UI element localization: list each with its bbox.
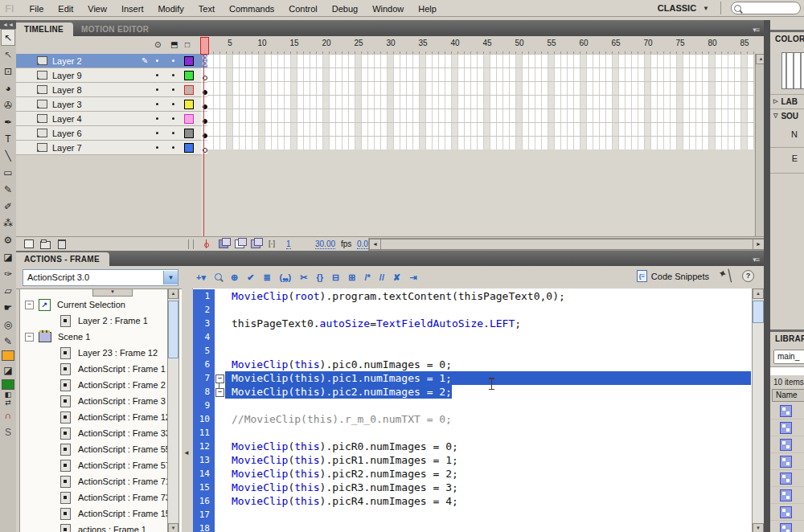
- tree-item[interactable]: ActionScript : Frame 2: [20, 377, 187, 393]
- code-text[interactable]: MovieClip(this).picR3.numImages = 3;: [225, 481, 458, 494]
- line-number[interactable]: 10: [193, 412, 215, 426]
- code-text[interactable]: MovieClip(this).pic2.numImages = 2;: [225, 385, 452, 399]
- edit-multiple-frames-button[interactable]: [·]: [269, 239, 275, 248]
- collapse-selection-icon[interactable]: ⊟: [332, 272, 339, 283]
- remove-comment-icon[interactable]: ✘: [393, 272, 400, 283]
- scroll-up-icon[interactable]: ▲: [168, 289, 178, 299]
- subselection-tool[interactable]: ↖: [1, 46, 15, 63]
- code-line[interactable]: 5: [193, 344, 751, 358]
- panel-menu-icon[interactable]: ▾≡: [748, 23, 764, 36]
- add-script-icon[interactable]: +▾: [196, 272, 206, 283]
- layer-name[interactable]: Layer 4: [52, 114, 82, 124]
- library-name-column-header[interactable]: Name: [772, 389, 804, 402]
- black-white-button[interactable]: ◧: [3, 391, 13, 399]
- code-line[interactable]: 2: [193, 303, 751, 317]
- bone-tool[interactable]: ⚙: [1, 231, 15, 248]
- layer-row[interactable]: Layer 7: [16, 141, 201, 155]
- code-text[interactable]: [225, 330, 232, 344]
- onion-skin-outlines-button[interactable]: [251, 239, 260, 248]
- layer-lock-dot[interactable]: [172, 74, 174, 76]
- text-tool[interactable]: T: [1, 130, 15, 147]
- layer-color-swatch[interactable]: [184, 85, 194, 95]
- library-item[interactable]: [770, 521, 804, 532]
- code-line[interactable]: 6MovieClip(this).pic0.numImages = 0;: [193, 358, 751, 371]
- line-number[interactable]: 5: [193, 344, 215, 358]
- line-number[interactable]: 13: [193, 453, 215, 467]
- tree-collapse-button[interactable]: ▼: [92, 289, 133, 297]
- layer-row[interactable]: Layer 3: [16, 97, 201, 112]
- code-text[interactable]: [225, 344, 232, 358]
- timeline-horizontal-scrollbar[interactable]: ◄ ►: [368, 238, 765, 251]
- tree-item[interactable]: ActionScript : Frame 3: [20, 393, 187, 409]
- tab-timeline[interactable]: TIMELINE: [16, 23, 73, 36]
- keyframe-cell[interactable]: [201, 68, 207, 83]
- line-number[interactable]: 18: [193, 522, 215, 532]
- fold-strip[interactable]: [215, 330, 225, 344]
- keyframe-cell[interactable]: [201, 112, 207, 126]
- fold-strip[interactable]: −: [215, 385, 225, 399]
- layer-lock-dot[interactable]: [172, 59, 174, 62]
- layer-visibility-dot[interactable]: [156, 59, 158, 62]
- playhead[interactable]: [200, 37, 209, 55]
- tree-item[interactable]: ActionScript : Frame 71: [20, 473, 187, 489]
- tab-actions-frame[interactable]: ACTIONS - FRAME: [16, 252, 109, 266]
- line-number[interactable]: 8: [193, 385, 215, 399]
- code-line[interactable]: 1MovieClip(root).program.textContent(thi…: [193, 289, 751, 303]
- code-text[interactable]: MovieClip(root).program.textContent(this…: [225, 289, 565, 303]
- tools-panel-collapse-icon[interactable]: ◄◄: [0, 20, 16, 29]
- fold-minus-icon[interactable]: −: [215, 374, 224, 383]
- tree-item[interactable]: −Scene 1: [20, 329, 187, 345]
- visibility-icon[interactable]: ⊙: [154, 40, 161, 49]
- line-number[interactable]: 16: [193, 494, 215, 508]
- fold-strip[interactable]: [215, 426, 225, 440]
- scroll-down-icon[interactable]: ▼: [753, 523, 764, 532]
- spray-brush-tool[interactable]: ⁂: [1, 215, 15, 231]
- layer-row[interactable]: Layer 9: [16, 68, 201, 83]
- fold-strip[interactable]: [215, 440, 225, 453]
- tree-splitter[interactable]: ◄: [182, 289, 192, 532]
- fold-strip[interactable]: [215, 508, 225, 522]
- code-line[interactable]: 16MovieClip(this).picR4.numImages = 4;: [193, 494, 751, 508]
- layer-row[interactable]: Layer 8: [16, 83, 201, 97]
- fps-value[interactable]: 30.00: [315, 239, 335, 249]
- line-number[interactable]: 11: [193, 426, 215, 440]
- fold-minus-icon[interactable]: −: [215, 388, 224, 397]
- code-text[interactable]: MovieClip(this).picR4.numImages = 4;: [225, 494, 458, 508]
- fold-strip[interactable]: [215, 399, 225, 412]
- menu-file[interactable]: File: [23, 2, 51, 15]
- layer-name[interactable]: Layer 9: [52, 71, 82, 80]
- layer-name[interactable]: Layer 8: [52, 85, 82, 95]
- language-dropdown[interactable]: ActionScript 3.0 ▼: [23, 269, 178, 286]
- library-item[interactable]: [770, 403, 804, 419]
- dock-divider[interactable]: [764, 20, 770, 532]
- tree-item[interactable]: −↗Current Selection: [20, 297, 187, 313]
- menu-text[interactable]: Text: [191, 2, 222, 15]
- keyframe-cell[interactable]: [201, 126, 207, 141]
- tab-color[interactable]: COLOR: [770, 32, 804, 46]
- frame-grid[interactable]: [201, 54, 754, 149]
- onion-skin-button[interactable]: [235, 239, 244, 248]
- tree-expander-icon[interactable]: −: [25, 333, 34, 342]
- 3d-rotation-tool[interactable]: ◕: [1, 80, 15, 96]
- triangle-down-icon[interactable]: ▽: [773, 113, 777, 119]
- stroke-color-swatch[interactable]: [2, 350, 14, 361]
- scroll-down-icon[interactable]: ▼: [168, 523, 178, 532]
- script-editor[interactable]: 1MovieClip(root).program.textContent(thi…: [193, 289, 764, 532]
- menu-debug[interactable]: Debug: [325, 2, 365, 15]
- library-document-dropdown[interactable]: main_: [773, 350, 804, 364]
- pencil-tool[interactable]: ✎: [1, 181, 15, 198]
- menu-commands[interactable]: Commands: [222, 2, 281, 15]
- layer-color-swatch[interactable]: [184, 143, 194, 153]
- layer-name[interactable]: Layer 3: [52, 100, 82, 109]
- section-sound-text[interactable]: SOU: [781, 112, 798, 121]
- zoom-tool[interactable]: ◎: [1, 316, 15, 333]
- code-text[interactable]: [225, 399, 232, 412]
- fold-strip[interactable]: [215, 494, 225, 508]
- menu-view[interactable]: View: [80, 2, 114, 15]
- lasso-tool[interactable]: ✇: [1, 96, 15, 113]
- menu-window[interactable]: Window: [365, 2, 411, 15]
- code-text[interactable]: MovieClip(this).picR2.numImages = 2;: [225, 467, 458, 481]
- swap-colors-button[interactable]: ⇄: [3, 399, 13, 407]
- code-text[interactable]: [225, 426, 232, 440]
- code-line[interactable]: 18: [193, 522, 751, 532]
